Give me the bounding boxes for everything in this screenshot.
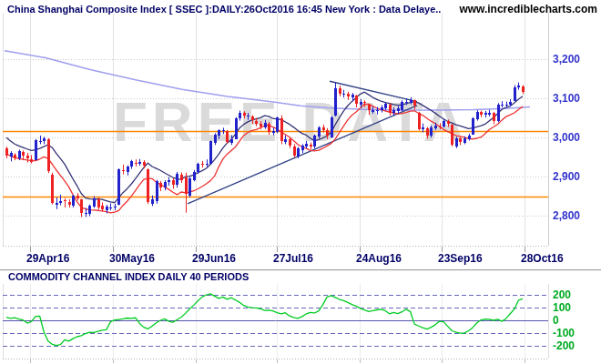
cci-axis-label: 200 [553, 288, 571, 301]
date-axis-label: 29Apr16 [26, 252, 69, 265]
date-axis-label: 24Aug16 [356, 252, 402, 265]
date-axis-label: 29Jun16 [192, 252, 236, 265]
price-axis-label: 3,000 [553, 131, 580, 144]
cci-axis-label: 100 [553, 301, 571, 314]
price-axis-label: 3,200 [553, 53, 580, 66]
cci-panel-title: COMMODITY CHANNEL INDEX DAILY 40 PERIODS [8, 271, 249, 282]
cci-axis-label: 0 [553, 314, 559, 327]
price-axis-label: 2,900 [553, 170, 580, 183]
price-axis-label: 2,800 [553, 209, 580, 222]
date-axis-label: 23Sep16 [438, 252, 483, 265]
date-axis-label: 27Jul16 [273, 252, 313, 265]
price-axis-label: 3,100 [553, 92, 580, 105]
price-and-cci-chart-canvas [0, 0, 601, 364]
cci-axis-label: -200 [553, 339, 575, 352]
date-axis-label: 28Oct16 [521, 252, 564, 265]
date-axis-label: 30May16 [109, 252, 155, 265]
chart-page: { "header": { "title": "China Shanghai C… [0, 0, 601, 364]
cci-axis-label: -100 [553, 327, 575, 339]
chart-title: China Shanghai Composite Index [ SSEC ]:… [7, 4, 441, 15]
site-url[interactable]: www.incrediblecharts.com [459, 3, 597, 15]
